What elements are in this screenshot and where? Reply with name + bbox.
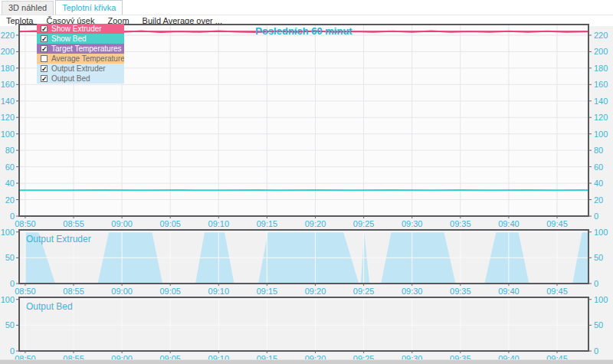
- checkbox-icon[interactable]: [41, 35, 48, 42]
- svg-text:50: 50: [594, 253, 603, 262]
- legend-label: Average Temperatures: [51, 54, 124, 63]
- svg-text:09:10: 09:10: [208, 287, 230, 296]
- svg-text:09:35: 09:35: [450, 219, 471, 228]
- svg-text:0: 0: [594, 279, 598, 288]
- svg-text:80: 80: [5, 146, 15, 155]
- svg-text:Output Extruder: Output Extruder: [26, 234, 91, 244]
- legend-item-output-extruder[interactable]: Output Extruder: [37, 64, 124, 74]
- svg-text:Output Bed: Output Bed: [26, 301, 73, 312]
- checkbox-icon[interactable]: [41, 75, 48, 82]
- svg-text:09:45: 09:45: [546, 287, 568, 296]
- svg-text:20: 20: [5, 195, 15, 205]
- svg-text:09:00: 09:00: [111, 219, 133, 228]
- legend-item-show-bed[interactable]: Show Bed: [37, 34, 124, 44]
- svg-text:100: 100: [1, 228, 15, 237]
- svg-text:08:50: 08:50: [15, 287, 36, 296]
- legend-label: Output Bed: [51, 74, 90, 83]
- svg-text:160: 160: [1, 80, 15, 89]
- svg-text:09:25: 09:25: [353, 219, 375, 228]
- svg-text:100: 100: [1, 130, 15, 139]
- checkbox-icon[interactable]: [41, 55, 48, 62]
- svg-text:09:40: 09:40: [498, 287, 520, 296]
- svg-text:08:50: 08:50: [15, 219, 36, 228]
- bottom-edge-bar: [0, 359, 613, 364]
- legend-item-average-temperatures[interactable]: Average Temperatures: [37, 54, 124, 64]
- checkbox-icon[interactable]: [41, 65, 48, 72]
- svg-text:220: 220: [594, 31, 608, 40]
- svg-text:09:25: 09:25: [353, 287, 375, 296]
- svg-text:0: 0: [10, 279, 15, 288]
- legend-label: Target Temperatures: [51, 44, 122, 53]
- svg-text:140: 140: [594, 97, 608, 106]
- legend-label: Output Extruder: [51, 64, 106, 73]
- svg-text:100: 100: [594, 228, 608, 237]
- svg-text:40: 40: [5, 179, 15, 188]
- svg-text:60: 60: [594, 162, 603, 172]
- svg-text:0: 0: [594, 212, 598, 221]
- svg-text:120: 120: [594, 113, 608, 122]
- svg-text:100: 100: [594, 295, 608, 304]
- svg-text:140: 140: [1, 97, 15, 106]
- svg-text:200: 200: [594, 47, 608, 56]
- svg-text:09:15: 09:15: [257, 287, 278, 296]
- svg-text:09:05: 09:05: [159, 219, 181, 228]
- legend-label: Show Bed: [51, 34, 87, 43]
- legend: Show Extruder Show Bed Target Temperatur…: [37, 24, 124, 84]
- svg-text:100: 100: [594, 130, 608, 139]
- svg-text:20: 20: [594, 195, 603, 205]
- legend-label: Show Extruder: [51, 25, 102, 33]
- svg-text:09:20: 09:20: [305, 219, 326, 228]
- svg-text:60: 60: [5, 162, 15, 172]
- svg-text:09:30: 09:30: [402, 219, 423, 228]
- svg-text:160: 160: [594, 80, 608, 89]
- svg-text:220: 220: [1, 31, 15, 40]
- svg-text:09:10: 09:10: [208, 219, 230, 228]
- svg-text:0: 0: [594, 346, 598, 356]
- svg-text:0: 0: [10, 212, 15, 221]
- svg-text:100: 100: [1, 295, 15, 304]
- svg-text:200: 200: [1, 47, 15, 56]
- svg-text:50: 50: [5, 253, 15, 262]
- svg-text:09:05: 09:05: [159, 287, 181, 296]
- svg-text:09:15: 09:15: [257, 219, 278, 228]
- checkbox-icon[interactable]: [41, 45, 48, 52]
- svg-text:180: 180: [594, 64, 608, 73]
- svg-text:80: 80: [594, 146, 603, 155]
- legend-item-output-bed[interactable]: Output Bed: [37, 74, 124, 84]
- svg-text:40: 40: [594, 179, 603, 188]
- svg-text:09:30: 09:30: [402, 287, 423, 296]
- svg-text:50: 50: [5, 320, 15, 330]
- svg-text:09:40: 09:40: [498, 219, 520, 228]
- svg-text:50: 50: [594, 320, 603, 330]
- legend-item-show-extruder[interactable]: Show Extruder: [37, 24, 124, 34]
- svg-text:09:00: 09:00: [111, 287, 133, 296]
- checkbox-icon[interactable]: [41, 25, 48, 32]
- svg-text:120: 120: [1, 113, 15, 122]
- svg-text:09:35: 09:35: [450, 287, 471, 296]
- svg-text:180: 180: [1, 64, 15, 73]
- svg-text:0: 0: [10, 346, 15, 356]
- svg-text:08:55: 08:55: [63, 287, 84, 296]
- svg-text:08:55: 08:55: [63, 219, 84, 228]
- svg-text:09:20: 09:20: [305, 287, 326, 296]
- svg-text:09:45: 09:45: [546, 219, 568, 228]
- legend-item-target-temperatures[interactable]: Target Temperatures: [37, 44, 124, 54]
